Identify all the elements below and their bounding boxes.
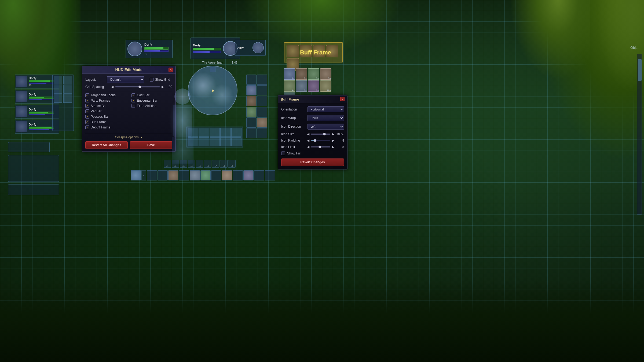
main-slot-9[interactable] [233, 170, 243, 180]
main-scrollbar[interactable] [637, 54, 642, 215]
icon-padding-row: Icon Padding ◀ ▶ 5 [281, 139, 344, 142]
action-slot[interactable] [246, 96, 257, 106]
save-button[interactable]: Save [130, 141, 172, 149]
main-slot-5[interactable] [190, 170, 200, 180]
buff-frame-display[interactable]: Buff Frame [284, 42, 343, 62]
enc-slot[interactable] [231, 128, 241, 137]
action-slot[interactable] [257, 75, 267, 85]
encounter-bar-checkbox[interactable] [131, 99, 135, 102]
slot-c6[interactable]: c6 [204, 160, 211, 168]
action-slot[interactable] [257, 117, 267, 128]
icon-limit-right-arrow[interactable]: ▶ [332, 145, 334, 149]
minimap-player-dot [212, 90, 214, 92]
main-slot-6[interactable] [200, 170, 211, 180]
aura-icon-4[interactable]: 5m [320, 68, 331, 80]
icon-limit-left-arrow[interactable]: ◀ [307, 145, 309, 149]
icon-limit-slider[interactable] [311, 146, 330, 147]
buff-frame-checkbox[interactable] [85, 120, 89, 124]
hud-close-button[interactable]: ✕ [169, 68, 173, 72]
show-grid-checkbox[interactable] [150, 78, 153, 82]
aura-icon-1[interactable]: 8m [284, 68, 295, 80]
grid-cell [54, 76, 62, 84]
party-avatar-1 [16, 76, 27, 87]
enc-slot[interactable] [199, 137, 209, 146]
stance-slot[interactable] [131, 170, 141, 180]
party-mana-bar-4 [29, 129, 54, 130]
slot-c7[interactable]: c7 [212, 160, 219, 168]
buff-settings-close-button[interactable]: ✕ [340, 97, 345, 101]
main-slot-11[interactable] [254, 170, 264, 180]
action-slot[interactable] [246, 85, 257, 95]
stance-arrow[interactable]: ▾ [141, 170, 146, 180]
slot-c8b[interactable]: c8 [228, 160, 236, 168]
aura-icon-5[interactable]: 4m [284, 80, 295, 92]
aura-icon-6[interactable]: 3m [296, 80, 307, 92]
icon-size-slider[interactable] [311, 134, 330, 135]
aura-icon-3[interactable]: 6m [308, 68, 319, 80]
cast-bar-checkbox[interactable] [131, 93, 135, 97]
action-slot[interactable] [246, 117, 257, 128]
grid-spacing-right-arrow[interactable]: ▶ [162, 85, 164, 89]
icon-padding-right-arrow[interactable]: ▶ [332, 139, 334, 142]
action-slot[interactable] [257, 96, 267, 106]
icon-size-right-arrow[interactable]: ▶ [332, 132, 334, 136]
layout-select[interactable]: Default [107, 76, 144, 83]
party-mana-fill-4 [29, 129, 49, 130]
target-focus-checkbox[interactable] [85, 93, 89, 97]
extra-abilities-checkbox[interactable] [131, 104, 135, 108]
party-frames-checkbox[interactable] [85, 99, 89, 102]
aura-icon-2[interactable]: 7m [296, 68, 307, 80]
small-panel-left-3 [8, 184, 59, 195]
main-slot-3[interactable] [168, 170, 178, 180]
pet-bar-checkbox[interactable] [85, 109, 89, 113]
action-slot[interactable] [246, 128, 257, 138]
target-frame[interactable]: Dorfy [191, 38, 240, 59]
enc-slot[interactable] [220, 128, 230, 137]
icon-direction-select[interactable]: Left [308, 124, 344, 130]
collapse-row[interactable]: Collapse options ▲ [85, 135, 172, 139]
party-mana-fill-1 [29, 83, 46, 84]
action-slot[interactable] [257, 85, 267, 95]
debuff-frame-checkbox[interactable] [85, 125, 89, 129]
player-frame[interactable]: Dorfy 70 [126, 40, 173, 58]
target-mana-bar [193, 51, 221, 53]
focus-frame[interactable]: Dorfy [235, 40, 266, 56]
icon-wrap-select[interactable]: Down [308, 115, 344, 121]
main-slot-2[interactable] [158, 170, 168, 180]
orientation-select[interactable]: Horizontal [308, 106, 344, 112]
enc-slot[interactable] [210, 137, 220, 146]
icon-size-left-arrow[interactable]: ◀ [307, 132, 309, 136]
aura-icon-7[interactable]: 2m [308, 80, 319, 92]
stance-bar-checkbox[interactable] [85, 104, 89, 108]
possess-bar-checkbox[interactable] [85, 115, 89, 119]
revert-all-button[interactable]: Revert All Changes [85, 141, 128, 149]
hud-title: HUD Edit Mode [89, 68, 169, 72]
hud-edit-dialog: HUD Edit Mode ✕ Layout: Default Show Gri… [82, 66, 176, 152]
party-hp-bar-4 [29, 127, 54, 129]
party-hp-bar-1 [29, 80, 54, 82]
action-slot[interactable] [257, 107, 267, 117]
action-slot[interactable] [246, 107, 257, 117]
main-slot-7[interactable] [211, 170, 221, 180]
enc-slot[interactable] [199, 128, 209, 137]
main-slot-1[interactable] [147, 170, 157, 180]
icon-padding-slider[interactable] [311, 140, 330, 141]
action-slot[interactable] [257, 128, 267, 138]
icon-padding-left-arrow[interactable]: ◀ [307, 139, 309, 142]
main-slot-8[interactable] [222, 170, 232, 180]
enc-slot[interactable] [210, 128, 220, 137]
grid-spacing-slider[interactable] [115, 86, 160, 87]
enc-slot[interactable] [231, 137, 241, 146]
grid-spacing-left-arrow[interactable]: ◀ [111, 85, 114, 89]
enc-slot[interactable] [220, 137, 230, 146]
hud-buttons: Revert All Changes Save [85, 141, 172, 149]
show-full-checkbox[interactable] [281, 152, 285, 155]
main-slot-12[interactable] [265, 170, 275, 180]
aura-icon-8[interactable]: 11m [320, 80, 331, 92]
main-slot-10[interactable] [243, 170, 254, 180]
slot-c8a[interactable]: c8 [220, 160, 228, 168]
main-slot-4[interactable] [179, 170, 189, 180]
revert-changes-button[interactable]: Revert Changes [281, 158, 344, 166]
action-slot[interactable] [246, 75, 257, 85]
icon-size-thumb [323, 133, 326, 135]
